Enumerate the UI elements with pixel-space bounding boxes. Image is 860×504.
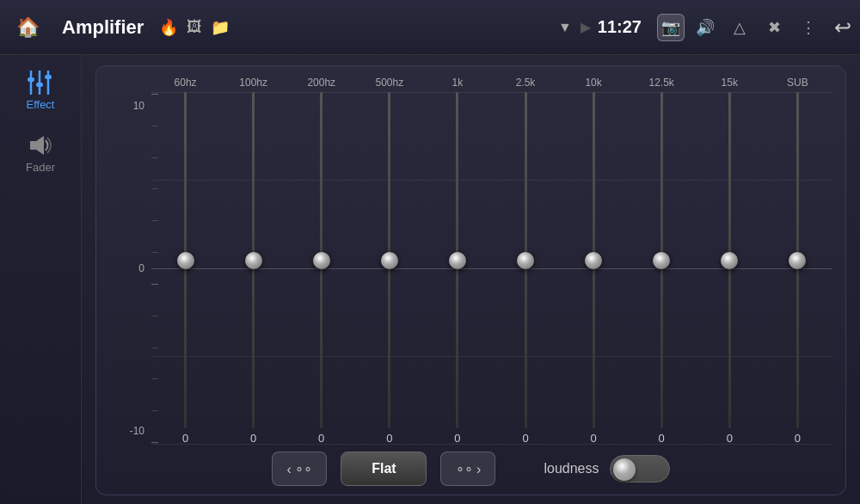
slider-value-100hz: 0 — [250, 432, 256, 445]
flat-label: Flat — [372, 461, 396, 476]
slider-track-wrapper-15k — [696, 92, 764, 428]
svg-rect-5 — [45, 75, 52, 79]
topbar: 🏠 Amplifier 🔥 🖼 📁 ▼ ▶ 11:27 📷 🔊 △ ✖ ⋮ ↩ — [0, 0, 860, 55]
toggle-knob — [613, 458, 636, 481]
slider-thumb-60hz[interactable] — [177, 252, 194, 269]
bottom-controls: ‹ ∘∘ Flat ∘∘ › loudness — [110, 452, 832, 486]
slider-col-10k: 0 — [560, 92, 628, 445]
slider-thumb-sub[interactable] — [789, 252, 806, 269]
slider-track-wrapper-2-5k — [491, 92, 559, 428]
slider-col-60hz: 0 — [151, 92, 219, 445]
slider-track-10k[interactable] — [593, 92, 595, 428]
slider-value-1k: 0 — [454, 432, 460, 445]
freq-10k: 10k — [560, 77, 628, 89]
prev-preset-button[interactable]: ‹ ∘∘ — [272, 452, 327, 486]
main-area: Effect Fader 60hz 100hz 200hz 500hz 1k 2… — [0, 55, 860, 504]
y-10-label: 10 — [133, 101, 144, 111]
slider-col-1k: 0 — [423, 92, 491, 445]
menu-icon[interactable]: ⋮ — [795, 14, 822, 41]
slider-track-sub[interactable] — [796, 92, 799, 428]
slider-track-wrapper-1k — [423, 92, 491, 428]
wifi-icon: ▼ — [558, 20, 572, 35]
loudness-toggle[interactable] — [610, 455, 670, 482]
slider-col-15k: 0 — [696, 92, 764, 445]
slider-track-wrapper-500hz — [355, 92, 423, 428]
slider-track-wrapper-12-5k — [628, 92, 696, 428]
slider-track-wrapper-10k — [560, 92, 628, 428]
svg-marker-7 — [36, 136, 44, 155]
sidebar: Effect Fader — [0, 55, 82, 504]
signal-off-icon: ▶ — [580, 19, 591, 35]
topbar-media-icons: 🔥 🖼 📁 — [159, 18, 230, 37]
slider-value-sub: 0 — [795, 432, 801, 445]
freq-100hz: 100hz — [219, 77, 287, 89]
slider-thumb-500hz[interactable] — [381, 252, 398, 269]
fire-icon[interactable]: 🔥 — [159, 18, 178, 37]
slider-col-100hz: 0 — [219, 92, 287, 445]
slider-track-100hz[interactable] — [252, 92, 255, 428]
slider-value-15k: 0 — [727, 432, 733, 445]
slider-track-wrapper-100hz — [219, 92, 287, 428]
slider-track-1k[interactable] — [456, 92, 458, 428]
page-title: Amplifier — [62, 16, 144, 39]
svg-rect-4 — [36, 83, 43, 87]
freq-200hz: 200hz — [287, 77, 355, 89]
slider-track-60hz[interactable] — [184, 92, 187, 428]
loudness-section: loudness — [544, 455, 669, 482]
slider-value-60hz: 0 — [182, 432, 188, 445]
slider-col-200hz: 0 — [287, 92, 355, 445]
folder-icon[interactable]: 📁 — [211, 18, 230, 37]
freq-500hz: 500hz — [355, 77, 423, 89]
eject-icon[interactable]: △ — [726, 14, 753, 41]
slider-thumb-200hz[interactable] — [313, 252, 330, 269]
home-button[interactable]: 🏠 — [9, 9, 46, 46]
slider-col-sub: 0 — [764, 92, 832, 445]
slider-thumb-1k[interactable] — [449, 252, 466, 269]
slider-value-500hz: 0 — [386, 432, 392, 445]
slider-track-wrapper-60hz — [151, 92, 219, 428]
slider-thumb-2-5k[interactable] — [517, 252, 534, 269]
eq-panel: 60hz 100hz 200hz 500hz 1k 2.5k 10k 12.5k… — [95, 65, 846, 495]
sliders-area: 0 0 — [151, 92, 832, 445]
slider-track-12-5k[interactable] — [660, 92, 663, 428]
freq-2-5k: 2.5k — [491, 77, 559, 89]
slider-thumb-12-5k[interactable] — [653, 252, 670, 269]
slider-track-500hz[interactable] — [388, 92, 390, 428]
camera-button[interactable]: 📷 — [657, 14, 685, 41]
slider-track-15k[interactable] — [728, 92, 731, 428]
freq-60hz: 60hz — [151, 77, 219, 89]
slider-track-200hz[interactable] — [320, 92, 322, 428]
svg-rect-6 — [30, 141, 36, 150]
slider-thumb-100hz[interactable] — [245, 252, 262, 269]
freq-15k: 15k — [696, 77, 764, 89]
prev-icon: ‹ ∘∘ — [287, 461, 313, 477]
y-neg10-label: -10 — [130, 426, 144, 436]
freq-12-5k: 12.5k — [628, 77, 696, 89]
y-0-label: 0 — [138, 263, 144, 274]
image-icon[interactable]: 🖼 — [187, 18, 202, 36]
svg-rect-3 — [28, 77, 34, 82]
content-area: 60hz 100hz 200hz 500hz 1k 2.5k 10k 12.5k… — [82, 55, 860, 504]
next-icon: ∘∘ › — [456, 461, 482, 477]
slider-track-2-5k[interactable] — [525, 92, 527, 428]
effect-label: Effect — [26, 98, 54, 111]
freq-1k: 1k — [423, 77, 491, 89]
status-icons: ▼ ▶ — [558, 19, 591, 35]
next-preset-button[interactable]: ∘∘ › — [440, 452, 495, 486]
sidebar-item-fader[interactable]: Fader — [6, 126, 75, 181]
slider-thumb-15k[interactable] — [721, 252, 738, 269]
slider-thumb-10k[interactable] — [585, 252, 602, 269]
flat-button[interactable]: Flat — [341, 452, 427, 486]
volume-icon[interactable]: 🔊 — [691, 14, 719, 41]
loudness-label: loudness — [544, 461, 599, 476]
close-box-icon[interactable]: ✖ — [760, 14, 788, 41]
back-button[interactable]: ↩ — [834, 15, 851, 40]
sidebar-item-effect[interactable]: Effect — [6, 64, 75, 118]
eq-sliders-icon — [27, 71, 54, 95]
slider-value-12-5k: 0 — [659, 432, 665, 445]
slider-value-10k: 0 — [590, 432, 596, 445]
slider-track-wrapper-sub — [764, 92, 832, 428]
eq-area: 10 0 -10 — [110, 92, 832, 445]
slider-value-200hz: 0 — [318, 432, 324, 445]
fader-label: Fader — [26, 161, 55, 174]
